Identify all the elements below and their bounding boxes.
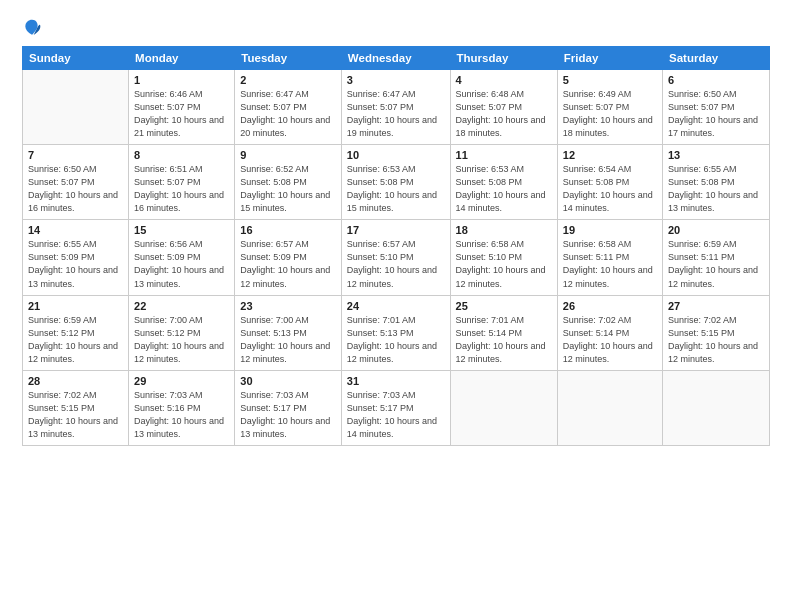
calendar-cell: 5Sunrise: 6:49 AMSunset: 5:07 PMDaylight… <box>557 70 662 145</box>
day-number: 27 <box>668 300 764 312</box>
calendar-cell: 6Sunrise: 6:50 AMSunset: 5:07 PMDaylight… <box>662 70 769 145</box>
calendar-header-tuesday: Tuesday <box>235 47 342 70</box>
day-number: 31 <box>347 375 445 387</box>
calendar-cell: 23Sunrise: 7:00 AMSunset: 5:13 PMDayligh… <box>235 295 342 370</box>
calendar-cell <box>662 370 769 445</box>
calendar-cell: 12Sunrise: 6:54 AMSunset: 5:08 PMDayligh… <box>557 145 662 220</box>
day-number: 25 <box>456 300 552 312</box>
day-number: 13 <box>668 149 764 161</box>
calendar-cell: 29Sunrise: 7:03 AMSunset: 5:16 PMDayligh… <box>129 370 235 445</box>
calendar-cell: 2Sunrise: 6:47 AMSunset: 5:07 PMDaylight… <box>235 70 342 145</box>
day-info: Sunrise: 6:55 AMSunset: 5:08 PMDaylight:… <box>668 163 764 215</box>
calendar-cell: 31Sunrise: 7:03 AMSunset: 5:17 PMDayligh… <box>341 370 450 445</box>
day-info: Sunrise: 6:57 AMSunset: 5:09 PMDaylight:… <box>240 238 336 290</box>
day-info: Sunrise: 6:56 AMSunset: 5:09 PMDaylight:… <box>134 238 229 290</box>
day-info: Sunrise: 6:54 AMSunset: 5:08 PMDaylight:… <box>563 163 657 215</box>
day-number: 29 <box>134 375 229 387</box>
header <box>22 18 770 40</box>
day-number: 2 <box>240 74 336 86</box>
day-info: Sunrise: 6:59 AMSunset: 5:11 PMDaylight:… <box>668 238 764 290</box>
calendar-cell: 7Sunrise: 6:50 AMSunset: 5:07 PMDaylight… <box>23 145 129 220</box>
calendar-cell: 21Sunrise: 6:59 AMSunset: 5:12 PMDayligh… <box>23 295 129 370</box>
calendar-header-thursday: Thursday <box>450 47 557 70</box>
day-number: 28 <box>28 375 123 387</box>
day-info: Sunrise: 7:03 AMSunset: 5:17 PMDaylight:… <box>347 389 445 441</box>
day-number: 20 <box>668 224 764 236</box>
day-info: Sunrise: 7:03 AMSunset: 5:16 PMDaylight:… <box>134 389 229 441</box>
day-number: 19 <box>563 224 657 236</box>
day-number: 21 <box>28 300 123 312</box>
calendar-week-5: 28Sunrise: 7:02 AMSunset: 5:15 PMDayligh… <box>23 370 770 445</box>
day-info: Sunrise: 6:46 AMSunset: 5:07 PMDaylight:… <box>134 88 229 140</box>
calendar-header-saturday: Saturday <box>662 47 769 70</box>
day-info: Sunrise: 6:57 AMSunset: 5:10 PMDaylight:… <box>347 238 445 290</box>
calendar-cell: 9Sunrise: 6:52 AMSunset: 5:08 PMDaylight… <box>235 145 342 220</box>
day-info: Sunrise: 7:01 AMSunset: 5:14 PMDaylight:… <box>456 314 552 366</box>
calendar-header-friday: Friday <box>557 47 662 70</box>
day-info: Sunrise: 7:02 AMSunset: 5:15 PMDaylight:… <box>28 389 123 441</box>
calendar-cell: 28Sunrise: 7:02 AMSunset: 5:15 PMDayligh… <box>23 370 129 445</box>
calendar-cell: 1Sunrise: 6:46 AMSunset: 5:07 PMDaylight… <box>129 70 235 145</box>
day-info: Sunrise: 7:02 AMSunset: 5:14 PMDaylight:… <box>563 314 657 366</box>
calendar-header-sunday: Sunday <box>23 47 129 70</box>
day-number: 14 <box>28 224 123 236</box>
day-number: 18 <box>456 224 552 236</box>
day-info: Sunrise: 6:59 AMSunset: 5:12 PMDaylight:… <box>28 314 123 366</box>
calendar-cell: 17Sunrise: 6:57 AMSunset: 5:10 PMDayligh… <box>341 220 450 295</box>
logo-icon <box>22 18 42 40</box>
day-info: Sunrise: 6:50 AMSunset: 5:07 PMDaylight:… <box>28 163 123 215</box>
day-number: 12 <box>563 149 657 161</box>
calendar-header-monday: Monday <box>129 47 235 70</box>
calendar-table: SundayMondayTuesdayWednesdayThursdayFrid… <box>22 46 770 446</box>
day-info: Sunrise: 6:47 AMSunset: 5:07 PMDaylight:… <box>347 88 445 140</box>
day-number: 16 <box>240 224 336 236</box>
day-info: Sunrise: 7:03 AMSunset: 5:17 PMDaylight:… <box>240 389 336 441</box>
day-number: 8 <box>134 149 229 161</box>
day-number: 23 <box>240 300 336 312</box>
calendar-cell: 4Sunrise: 6:48 AMSunset: 5:07 PMDaylight… <box>450 70 557 145</box>
calendar-cell: 3Sunrise: 6:47 AMSunset: 5:07 PMDaylight… <box>341 70 450 145</box>
calendar-cell: 27Sunrise: 7:02 AMSunset: 5:15 PMDayligh… <box>662 295 769 370</box>
day-info: Sunrise: 6:53 AMSunset: 5:08 PMDaylight:… <box>456 163 552 215</box>
day-number: 17 <box>347 224 445 236</box>
calendar-cell <box>23 70 129 145</box>
day-info: Sunrise: 7:01 AMSunset: 5:13 PMDaylight:… <box>347 314 445 366</box>
logo <box>22 18 46 40</box>
calendar-week-1: 1Sunrise: 6:46 AMSunset: 5:07 PMDaylight… <box>23 70 770 145</box>
day-number: 26 <box>563 300 657 312</box>
day-number: 3 <box>347 74 445 86</box>
calendar-cell: 11Sunrise: 6:53 AMSunset: 5:08 PMDayligh… <box>450 145 557 220</box>
day-info: Sunrise: 6:50 AMSunset: 5:07 PMDaylight:… <box>668 88 764 140</box>
calendar-cell: 24Sunrise: 7:01 AMSunset: 5:13 PMDayligh… <box>341 295 450 370</box>
day-number: 7 <box>28 149 123 161</box>
day-info: Sunrise: 6:58 AMSunset: 5:11 PMDaylight:… <box>563 238 657 290</box>
calendar-cell: 20Sunrise: 6:59 AMSunset: 5:11 PMDayligh… <box>662 220 769 295</box>
day-number: 30 <box>240 375 336 387</box>
day-number: 15 <box>134 224 229 236</box>
calendar-cell: 16Sunrise: 6:57 AMSunset: 5:09 PMDayligh… <box>235 220 342 295</box>
day-number: 1 <box>134 74 229 86</box>
calendar-cell: 18Sunrise: 6:58 AMSunset: 5:10 PMDayligh… <box>450 220 557 295</box>
day-info: Sunrise: 7:00 AMSunset: 5:12 PMDaylight:… <box>134 314 229 366</box>
calendar-week-2: 7Sunrise: 6:50 AMSunset: 5:07 PMDaylight… <box>23 145 770 220</box>
day-info: Sunrise: 6:52 AMSunset: 5:08 PMDaylight:… <box>240 163 336 215</box>
calendar-cell: 15Sunrise: 6:56 AMSunset: 5:09 PMDayligh… <box>129 220 235 295</box>
day-info: Sunrise: 6:58 AMSunset: 5:10 PMDaylight:… <box>456 238 552 290</box>
day-info: Sunrise: 6:48 AMSunset: 5:07 PMDaylight:… <box>456 88 552 140</box>
day-number: 9 <box>240 149 336 161</box>
page: SundayMondayTuesdayWednesdayThursdayFrid… <box>0 0 792 612</box>
calendar-cell: 26Sunrise: 7:02 AMSunset: 5:14 PMDayligh… <box>557 295 662 370</box>
calendar-week-3: 14Sunrise: 6:55 AMSunset: 5:09 PMDayligh… <box>23 220 770 295</box>
day-info: Sunrise: 6:47 AMSunset: 5:07 PMDaylight:… <box>240 88 336 140</box>
calendar-week-4: 21Sunrise: 6:59 AMSunset: 5:12 PMDayligh… <box>23 295 770 370</box>
calendar-cell: 14Sunrise: 6:55 AMSunset: 5:09 PMDayligh… <box>23 220 129 295</box>
calendar-cell <box>450 370 557 445</box>
calendar-cell <box>557 370 662 445</box>
day-info: Sunrise: 7:00 AMSunset: 5:13 PMDaylight:… <box>240 314 336 366</box>
day-number: 22 <box>134 300 229 312</box>
calendar-header-wednesday: Wednesday <box>341 47 450 70</box>
calendar-header-row: SundayMondayTuesdayWednesdayThursdayFrid… <box>23 47 770 70</box>
calendar-cell: 13Sunrise: 6:55 AMSunset: 5:08 PMDayligh… <box>662 145 769 220</box>
day-info: Sunrise: 7:02 AMSunset: 5:15 PMDaylight:… <box>668 314 764 366</box>
day-info: Sunrise: 6:55 AMSunset: 5:09 PMDaylight:… <box>28 238 123 290</box>
